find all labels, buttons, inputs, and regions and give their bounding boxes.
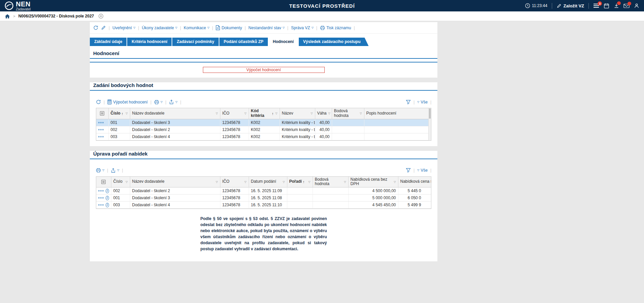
- filter-icon[interactable]: ▽: [125, 112, 128, 115]
- calc-evaluation-label: Výpočet hodnocení: [113, 100, 148, 104]
- cell-supplier: Dodavatel - školení 4: [130, 133, 220, 140]
- row-menu-icon[interactable]: [98, 129, 104, 130]
- home-button[interactable]: [5, 14, 10, 19]
- column-header-ico[interactable]: IČO▽: [220, 108, 249, 119]
- column-header-datum-podani[interactable]: Datum podání▽: [249, 177, 287, 187]
- column-header-popis-hodnoceni[interactable]: Popis hodnocení: [364, 108, 431, 119]
- export-button[interactable]: ▽: [169, 99, 177, 104]
- tab-podani-ucastniku[interactable]: Podání účastníků ZP: [219, 38, 268, 46]
- toolbar-item-tisk-zaznamu[interactable]: Tisk záznamu: [320, 26, 351, 30]
- print-button[interactable]: ▽: [96, 168, 104, 173]
- filter-icon[interactable]: ▽: [244, 112, 246, 115]
- column-header-nazev-dodavatele[interactable]: Název dodavatele▽: [130, 177, 220, 187]
- export-button[interactable]: ▽: [111, 168, 119, 173]
- tab-kriteria-hodnoceni[interactable]: Kritéria hodnocení: [127, 38, 172, 46]
- show-all-link[interactable]: ▽ Vše: [417, 100, 428, 104]
- history-button[interactable]: [93, 25, 98, 30]
- toolbar-label: Komunikace: [184, 26, 206, 30]
- column-header-cislo[interactable]: Číslo▽: [111, 177, 130, 187]
- column-header-selector[interactable]: [96, 177, 111, 187]
- tab-zakladni-udaje[interactable]: Základní údaje: [90, 38, 127, 46]
- filter-icon[interactable]: ▽: [393, 180, 396, 183]
- table-row[interactable]: 002 Dodavatel - školení 2 12345678 16. 5…: [96, 187, 431, 194]
- divider: |: [414, 100, 415, 104]
- table-row[interactable]: 002 Dodavatel - školení 2 12345678 K002 …: [96, 126, 431, 133]
- column-header-bodova-hodnota[interactable]: Bodová hodnota▽: [332, 108, 364, 119]
- filter-button[interactable]: [406, 100, 411, 104]
- table-row[interactable]: 003 Dodavatel - školení 4 12345678 16. 5…: [96, 202, 431, 209]
- tab-zadavaci-podminky[interactable]: Zadávací podmínky: [172, 38, 218, 46]
- chevron-down-icon: ▽: [160, 101, 163, 103]
- divider: |: [122, 168, 123, 173]
- cell-price-net: 5 000 000,00: [348, 194, 398, 202]
- row-menu-icon[interactable]: [98, 197, 104, 199]
- tab-hodnoceni[interactable]: Hodnocení: [269, 38, 298, 46]
- toolbar-item-nestandardni-stav[interactable]: Nestandardní stav ▽: [248, 26, 285, 30]
- breadcrumb-record[interactable]: N006/25/V00004732 - Disková pole 2027: [18, 14, 94, 18]
- filter-funnel-icon: [406, 100, 411, 104]
- info-icon[interactable]: [106, 203, 109, 207]
- column-header-poradi[interactable]: Pořadí↑▽: [287, 177, 313, 187]
- refresh-button[interactable]: [96, 99, 101, 104]
- filter-button[interactable]: [406, 168, 411, 173]
- row-menu-icon[interactable]: [98, 190, 104, 191]
- toolbar-item-dokumenty[interactable]: Dokumenty: [216, 25, 242, 30]
- toolbar-item-ukony-zadavatele[interactable]: Úkony zadavatele ▽: [142, 26, 177, 30]
- user-button[interactable]: [634, 3, 639, 8]
- divider: |: [245, 26, 246, 30]
- calendar-button[interactable]: [604, 3, 609, 9]
- column-header-nazev[interactable]: Název▽: [280, 108, 315, 119]
- row-menu-icon[interactable]: [98, 204, 104, 206]
- filter-icon[interactable]: ▽: [328, 112, 330, 115]
- filter-icon[interactable]: ▽: [359, 112, 362, 115]
- show-all-link[interactable]: ▽ Vše: [417, 168, 428, 173]
- filter-icon[interactable]: ▽: [282, 180, 285, 183]
- edit-record-button[interactable]: [101, 25, 106, 30]
- record-card: | Uveřejnění ▽ | Úkony zadavatele ▽ | Ko…: [90, 22, 437, 78]
- table-row[interactable]: 001 Dodavatel - školení 3 12345678 K002 …: [96, 119, 431, 126]
- filter-icon[interactable]: ▽: [343, 180, 346, 183]
- column-header-bodova-hodnota[interactable]: Bodová hodnota▽: [313, 177, 348, 187]
- cell-weight: 40,00: [315, 133, 332, 140]
- vertical-scrollbar[interactable]: [428, 108, 431, 140]
- column-header-vaha[interactable]: Váha▽: [315, 108, 332, 119]
- info-icon[interactable]: [106, 196, 109, 200]
- column-header-cislo[interactable]: Číslo↑▽: [108, 108, 130, 119]
- nen-logo[interactable]: NEN Zadavatel: [5, 1, 31, 11]
- table-row[interactable]: 003 Dodavatel - školení 4 12345678 K002 …: [96, 133, 431, 140]
- scrollbar-thumb[interactable]: [429, 109, 431, 119]
- filter-icon[interactable]: ▽: [244, 180, 246, 183]
- close-record-button[interactable]: [98, 13, 104, 19]
- info-icon[interactable]: [106, 189, 109, 193]
- column-header-kod-kriteria[interactable]: Kód kritéria↑▽: [249, 108, 280, 119]
- create-vz-button[interactable]: Založit VZ: [557, 3, 584, 8]
- table-row[interactable]: 001 Dodavatel - školení 3 12345678 16. 5…: [96, 194, 431, 202]
- row-menu-icon[interactable]: [98, 122, 104, 123]
- filter-icon[interactable]: ▽: [310, 112, 313, 115]
- column-header-selector[interactable]: [96, 108, 108, 119]
- mail-button[interactable]: [623, 3, 630, 8]
- calc-evaluation-link[interactable]: Výpočet hodnocení: [107, 99, 148, 104]
- column-header-nazev-dodavatele[interactable]: Název dodavatele▽: [130, 108, 220, 119]
- row-menu-icon[interactable]: [98, 136, 104, 137]
- filter-icon[interactable]: ▽: [125, 180, 128, 183]
- divider: |: [180, 100, 181, 104]
- column-header-ico[interactable]: IČO▽: [220, 177, 249, 187]
- filter-icon[interactable]: ▽: [215, 112, 218, 115]
- vypocet-hodnoceni-button[interactable]: Výpočet hodnocení: [203, 67, 325, 73]
- tab-vysledek-postupu[interactable]: Výsledek zadávacího postupu: [299, 38, 369, 46]
- toolbar-item-komunikace[interactable]: Komunikace ▽: [184, 26, 209, 30]
- divider: [552, 3, 552, 9]
- filter-icon[interactable]: ▽: [215, 180, 218, 183]
- sort-asc-icon: ↑: [272, 112, 274, 116]
- filter-icon[interactable]: ▽: [308, 180, 310, 183]
- filter-icon[interactable]: ▽: [275, 112, 277, 115]
- menu-button[interactable]: 3: [593, 3, 599, 8]
- download-button[interactable]: [614, 3, 619, 8]
- cell-points: [332, 126, 364, 133]
- toolbar-item-uverejneni[interactable]: Uveřejnění ▽: [112, 26, 135, 30]
- column-header-cena-bez-dph[interactable]: Nabídková cena bez DPH▽: [348, 177, 398, 187]
- column-header-cena-s-dph[interactable]: Nabídková cena s DPH: [398, 177, 431, 187]
- print-button[interactable]: ▽: [154, 100, 163, 104]
- toolbar-item-sprava-vz[interactable]: Správa VZ ▽: [291, 26, 314, 30]
